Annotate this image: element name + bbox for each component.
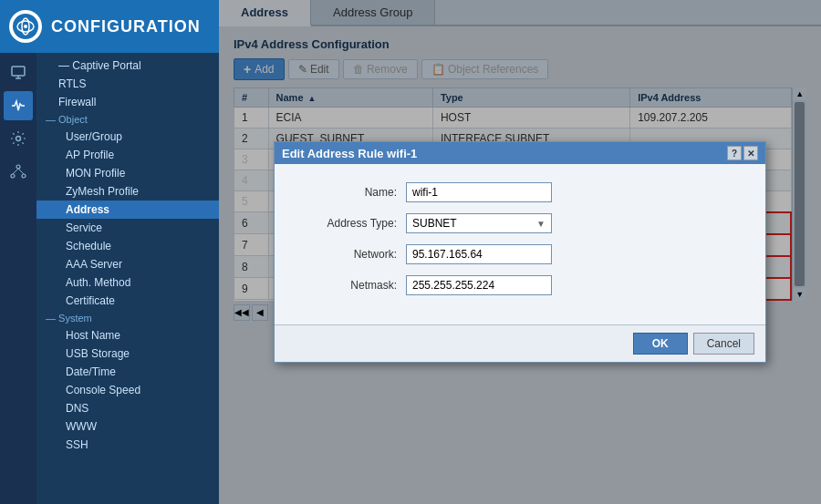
dialog-title: Edit Address Rule wifi-1 xyxy=(282,147,417,160)
sidebar-tree: — Captive Portal RTLS Firewall — Object … xyxy=(36,53,219,504)
sidebar-item-rtls[interactable]: RTLS xyxy=(36,75,219,93)
ok-button[interactable]: OK xyxy=(633,333,688,355)
sidebar-item-captive-portal[interactable]: — Captive Portal xyxy=(36,57,219,75)
dialog-body: Name: Address Type: SUBNET ▼ Network: xyxy=(275,164,765,324)
network-input[interactable] xyxy=(406,244,552,264)
sidebar-item-usb-storage[interactable]: USB Storage xyxy=(36,345,219,363)
sidebar-item-auth-method[interactable]: Auth. Method xyxy=(36,273,219,292)
netmask-input[interactable] xyxy=(406,275,552,295)
main-area: Address Address Group IPv4 Address Confi… xyxy=(219,0,821,504)
nav-icon-pulse[interactable] xyxy=(4,91,33,120)
sidebar-item-firewall[interactable]: Firewall xyxy=(36,93,219,111)
sidebar-item-service[interactable]: Service xyxy=(36,219,219,237)
address-type-select[interactable]: SUBNET ▼ xyxy=(406,213,552,233)
svg-rect-3 xyxy=(12,67,25,76)
svg-line-11 xyxy=(18,169,24,174)
dialog-help-button[interactable]: ? xyxy=(727,146,742,160)
svg-line-10 xyxy=(13,169,18,174)
sidebar-item-schedule[interactable]: Schedule xyxy=(36,237,219,255)
svg-point-6 xyxy=(16,137,21,141)
sidebar-item-certificate[interactable]: Certificate xyxy=(36,292,219,310)
logo-inner xyxy=(13,14,38,39)
nav-icon-monitor[interactable] xyxy=(4,58,33,87)
name-input[interactable] xyxy=(406,182,552,202)
form-row-netmask: Netmask: xyxy=(296,275,743,295)
form-row-name: Name: xyxy=(296,182,743,202)
svg-point-2 xyxy=(24,25,27,28)
sidebar-item-www[interactable]: WWW xyxy=(36,417,219,436)
sidebar-item-datetime[interactable]: Date/Time xyxy=(36,363,219,381)
sidebar-item-hostname[interactable]: Host Name xyxy=(36,326,219,345)
select-arrow-icon: ▼ xyxy=(536,219,546,229)
sidebar-item-ap-profile[interactable]: AP Profile xyxy=(36,146,219,164)
svg-point-7 xyxy=(16,165,20,169)
svg-point-8 xyxy=(11,174,15,178)
sidebar-item-ssh[interactable]: SSH xyxy=(36,436,219,454)
app-logo xyxy=(9,10,42,43)
sidebar-item-mon-profile[interactable]: MON Profile xyxy=(36,164,219,182)
sidebar-item-console-speed[interactable]: Console Speed xyxy=(36,381,219,399)
sidebar-item-aaa-server[interactable]: AAA Server xyxy=(36,255,219,273)
sidebar-nav-icons xyxy=(0,53,36,504)
sidebar-item-object[interactable]: — Object xyxy=(36,111,219,128)
address-type-label: Address Type: xyxy=(296,217,397,230)
sidebar-item-usergroup[interactable]: User/Group xyxy=(36,128,219,146)
dialog-overlay: Edit Address Rule wifi-1 ? ✕ Name: Addre… xyxy=(219,0,821,504)
nav-icon-gear[interactable] xyxy=(4,124,33,153)
dialog-footer: OK Cancel xyxy=(275,324,765,362)
sidebar-item-dns[interactable]: DNS xyxy=(36,399,219,417)
svg-point-9 xyxy=(22,174,26,178)
dialog-close-button[interactable]: ✕ xyxy=(743,146,758,160)
cancel-button[interactable]: Cancel xyxy=(693,333,754,355)
form-row-address-type: Address Type: SUBNET ▼ xyxy=(296,213,743,233)
address-type-value: SUBNET xyxy=(412,217,457,230)
name-label: Name: xyxy=(296,186,397,199)
sidebar-item-zymesh-profile[interactable]: ZyMesh Profile xyxy=(36,182,219,201)
sidebar-item-address[interactable]: Address xyxy=(36,201,219,219)
edit-address-dialog: Edit Address Rule wifi-1 ? ✕ Name: Addre… xyxy=(274,141,766,363)
nav-icon-network[interactable] xyxy=(4,157,33,186)
dialog-titlebar: Edit Address Rule wifi-1 ? ✕ xyxy=(275,142,765,164)
network-label: Network: xyxy=(296,248,397,261)
dialog-controls: ? ✕ xyxy=(727,146,758,160)
sidebar-item-system[interactable]: — System xyxy=(36,310,219,326)
sidebar-title: CONFIGURATION xyxy=(51,17,201,36)
sidebar: CONFIGURATION — Captive Portal RTLS xyxy=(0,0,219,504)
sidebar-header: CONFIGURATION xyxy=(0,0,219,53)
netmask-label: Netmask: xyxy=(296,279,397,292)
form-row-network: Network: xyxy=(296,244,743,264)
